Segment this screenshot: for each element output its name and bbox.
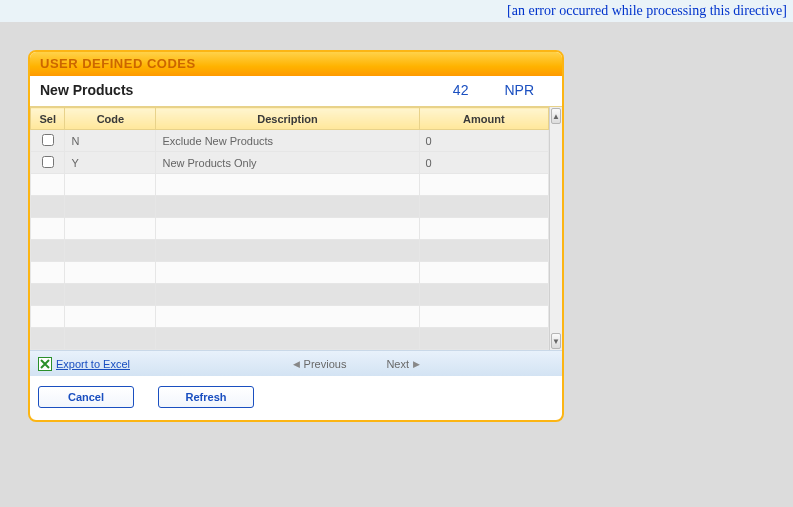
col-header-code[interactable]: Code bbox=[65, 108, 156, 130]
cell-amount: 0 bbox=[419, 130, 549, 152]
table-row[interactable]: N Exclude New Products 0 bbox=[31, 130, 549, 152]
row-checkbox[interactable] bbox=[42, 156, 54, 168]
cell-code: N bbox=[65, 130, 156, 152]
panel-container: USER DEFINED CODES New Products 42 NPR S… bbox=[0, 22, 793, 422]
data-grid: Sel Code Description Amount N Exclude Ne… bbox=[30, 107, 549, 350]
col-header-description[interactable]: Description bbox=[156, 108, 419, 130]
previous-label: Previous bbox=[304, 358, 347, 370]
footer-bar: Export to Excel ◀ Previous Next ▶ bbox=[30, 350, 562, 376]
excel-icon bbox=[38, 357, 52, 371]
panel-title: USER DEFINED CODES bbox=[30, 52, 562, 76]
table-row bbox=[31, 262, 549, 284]
export-excel-link[interactable]: Export to Excel bbox=[56, 358, 130, 370]
scroll-up-icon[interactable]: ▲ bbox=[551, 108, 561, 124]
scroll-down-icon[interactable]: ▼ bbox=[551, 333, 561, 349]
chevron-left-icon: ◀ bbox=[293, 359, 300, 369]
next-label: Next bbox=[386, 358, 409, 370]
header-row: Sel Code Description Amount bbox=[31, 108, 549, 130]
table-row bbox=[31, 306, 549, 328]
cell-code: Y bbox=[65, 152, 156, 174]
table-row[interactable]: Y New Products Only 0 bbox=[31, 152, 549, 174]
subheader-number: 42 bbox=[453, 82, 469, 98]
cell-description: Exclude New Products bbox=[156, 130, 419, 152]
table-row bbox=[31, 328, 549, 350]
previous-link[interactable]: ◀ Previous bbox=[289, 358, 347, 370]
col-header-sel[interactable]: Sel bbox=[31, 108, 65, 130]
scroll-track[interactable] bbox=[550, 125, 562, 332]
main-panel: USER DEFINED CODES New Products 42 NPR S… bbox=[28, 50, 564, 422]
table-row bbox=[31, 196, 549, 218]
cancel-button[interactable]: Cancel bbox=[38, 386, 134, 408]
cell-description: New Products Only bbox=[156, 152, 419, 174]
table-row bbox=[31, 240, 549, 262]
subheader: New Products 42 NPR bbox=[30, 76, 562, 106]
cell-amount: 0 bbox=[419, 152, 549, 174]
chevron-right-icon: ▶ bbox=[413, 359, 420, 369]
scrollbar[interactable]: ▲ ▼ bbox=[549, 107, 562, 350]
subheader-shortcode: NPR bbox=[504, 82, 534, 98]
table-row bbox=[31, 284, 549, 306]
subheader-title: New Products bbox=[40, 82, 133, 98]
grid-area: Sel Code Description Amount N Exclude Ne… bbox=[30, 106, 562, 350]
col-header-amount[interactable]: Amount bbox=[419, 108, 549, 130]
row-checkbox[interactable] bbox=[42, 134, 54, 146]
next-link[interactable]: Next ▶ bbox=[386, 358, 424, 370]
refresh-button[interactable]: Refresh bbox=[158, 386, 254, 408]
error-banner: [an error occurred while processing this… bbox=[0, 0, 793, 22]
table-row bbox=[31, 218, 549, 240]
table-row bbox=[31, 174, 549, 196]
button-row: Cancel Refresh bbox=[30, 376, 562, 420]
